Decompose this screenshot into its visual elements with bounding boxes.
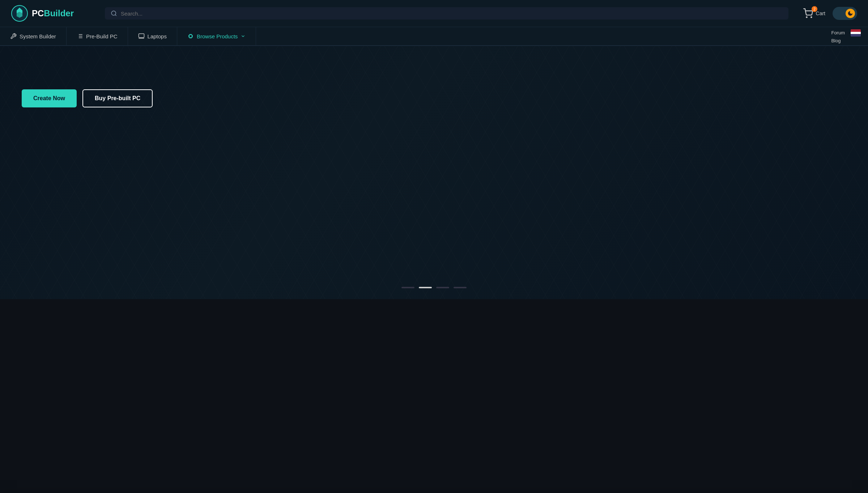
forum-link[interactable]: Forum	[831, 30, 845, 35]
svg-point-1	[111, 11, 116, 15]
theme-toggle[interactable]	[833, 7, 857, 20]
nav-browse-products[interactable]: Browse Products	[177, 27, 256, 45]
search-bar[interactable]	[105, 7, 788, 20]
hero-section: Create Now Buy Pre-built PC	[0, 46, 868, 299]
moon-icon	[846, 9, 855, 18]
svg-rect-10	[139, 34, 144, 38]
nav-prebuild-pc[interactable]: Pre-Build PC	[67, 27, 128, 45]
header: PCBuilder 2 Cart	[0, 0, 868, 27]
carousel-dot-1[interactable]	[401, 287, 414, 288]
wrench-icon	[10, 33, 17, 39]
carousel-dot-4[interactable]	[454, 287, 467, 288]
navigation: System Builder Pre-Build PC Laptops Brow…	[0, 27, 868, 46]
svg-point-2	[806, 17, 807, 17]
nav-right-links: Forum Blog	[824, 27, 868, 45]
svg-rect-11	[189, 35, 192, 38]
laptop-icon	[138, 33, 145, 39]
search-input[interactable]	[121, 10, 783, 17]
header-right: 2 Cart	[803, 7, 857, 20]
nav-laptops[interactable]: Laptops	[128, 27, 177, 45]
logo-text: PCBuilder	[32, 8, 74, 18]
hero-buttons: Create Now Buy Pre-built PC	[22, 89, 846, 107]
cart-badge: 2	[812, 6, 817, 12]
logo[interactable]: PCBuilder	[11, 5, 90, 22]
list-icon	[77, 33, 83, 39]
blog-link[interactable]: Blog	[831, 38, 861, 43]
svg-point-3	[811, 17, 812, 17]
hero-content: Create Now Buy Pre-built PC	[0, 46, 868, 136]
search-icon	[111, 10, 117, 17]
dropdown-arrow-icon	[241, 34, 246, 39]
create-now-button[interactable]: Create Now	[22, 89, 77, 107]
flag-icon	[851, 29, 861, 37]
cart-label: Cart	[816, 10, 825, 16]
carousel-dot-3[interactable]	[436, 287, 449, 288]
carousel-dot-2[interactable]	[419, 287, 432, 288]
logo-icon	[11, 5, 28, 22]
cart-button[interactable]: 2 Cart	[803, 8, 825, 18]
chip-icon	[187, 33, 194, 39]
buy-prebuilt-button[interactable]: Buy Pre-built PC	[82, 89, 153, 107]
nav-system-builder[interactable]: System Builder	[0, 27, 67, 45]
carousel-dots	[401, 287, 467, 288]
